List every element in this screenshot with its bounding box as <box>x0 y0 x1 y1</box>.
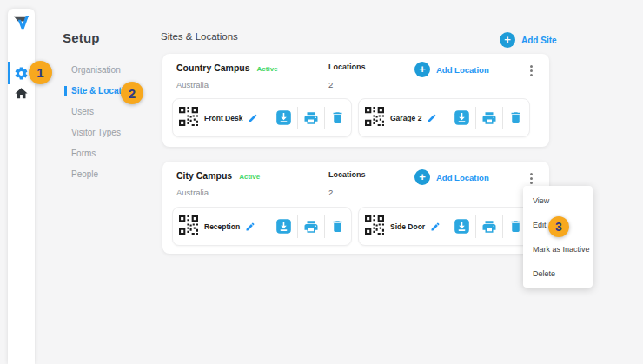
sidebar-item-visitor-types[interactable]: Visitor Types <box>35 122 143 143</box>
divider <box>324 107 325 129</box>
delete-location-button[interactable] <box>330 110 345 125</box>
site-name: City CampusActive <box>176 170 260 181</box>
site-country: Australia <box>176 80 209 89</box>
download-qr-button[interactable] <box>454 218 470 235</box>
delete-location-button[interactable] <box>330 219 345 234</box>
edit-pencil-icon[interactable] <box>430 222 441 232</box>
divider <box>475 107 476 129</box>
divider <box>297 107 298 129</box>
location-actions <box>275 107 345 129</box>
divider <box>502 215 503 238</box>
page-title: Sites & Locations <box>161 31 238 42</box>
annotation-badge-1: 1 <box>29 61 52 84</box>
plus-icon <box>414 169 430 185</box>
location-actions <box>275 215 345 238</box>
setup-sidebar: Setup Organisation Site & Locations User… <box>35 0 143 364</box>
app-logo-icon <box>11 13 31 33</box>
site-menu-kebab-icon[interactable] <box>525 169 537 187</box>
divider <box>324 215 325 238</box>
edit-pencil-icon[interactable] <box>248 113 258 123</box>
location-name: Front Desk <box>204 114 242 122</box>
location-actions <box>454 215 523 238</box>
qr-code-icon <box>179 107 198 129</box>
location-item: Side Door <box>358 207 530 246</box>
site-country: Australia <box>176 188 209 197</box>
plus-icon <box>414 62 430 77</box>
sidebar-item-users[interactable]: Users <box>35 102 143 122</box>
locations-label: Locations <box>328 170 366 179</box>
qr-code-icon <box>365 215 384 238</box>
setup-nav-list: Organisation Site & Locations Users Visi… <box>35 60 143 185</box>
app-window: 1 Setup Organisation Site & Locations Us… <box>0 0 643 364</box>
add-location-button[interactable]: Add Location <box>414 169 489 185</box>
locations-count: 2 <box>328 80 333 89</box>
print-qr-button[interactable] <box>303 219 319 235</box>
location-name: Garage 2 <box>390 114 421 122</box>
qr-code-icon <box>179 215 198 238</box>
add-site-button[interactable]: Add Site <box>500 32 557 48</box>
status-badge: Active <box>239 173 260 181</box>
download-qr-button[interactable] <box>454 109 470 126</box>
location-item: Reception <box>172 207 352 246</box>
site-menu-kebab-icon[interactable] <box>525 62 537 79</box>
plus-icon <box>500 32 515 48</box>
menu-item-view[interactable]: View <box>523 189 593 213</box>
settings-icon[interactable] <box>14 66 29 81</box>
print-qr-button[interactable] <box>481 219 497 235</box>
location-item: Garage 2 <box>358 98 530 137</box>
download-qr-button[interactable] <box>275 109 292 126</box>
status-badge: Active <box>257 65 278 73</box>
divider <box>475 215 476 238</box>
print-qr-button[interactable] <box>303 110 319 126</box>
sidebar-item-forms[interactable]: Forms <box>35 143 143 164</box>
site-card-city-campus: City CampusActive Australia Locations 2 … <box>162 162 549 254</box>
active-item-indicator <box>64 86 67 96</box>
icon-rail <box>8 9 35 364</box>
location-item: Front Desk <box>172 98 352 137</box>
qr-code-icon <box>365 107 384 129</box>
locations-count: 2 <box>328 188 333 197</box>
location-name: Reception <box>204 222 240 231</box>
menu-item-mark-as-inactive[interactable]: Mark as Inactive <box>523 237 593 261</box>
delete-location-button[interactable] <box>508 219 523 234</box>
sidebar-item-people[interactable]: People <box>35 164 143 185</box>
site-name: Country CampusActive <box>176 63 278 73</box>
rail-active-indicator <box>8 62 10 84</box>
download-qr-button[interactable] <box>275 218 292 235</box>
annotation-badge-3: 3 <box>548 216 569 237</box>
divider <box>297 215 298 238</box>
home-icon[interactable] <box>14 86 29 101</box>
annotation-badge-2: 2 <box>121 82 143 104</box>
site-card-country-campus: Country CampusActive Australia Locations… <box>162 54 549 147</box>
add-location-button[interactable]: Add Location <box>414 62 489 77</box>
edit-pencil-icon[interactable] <box>427 113 437 123</box>
location-actions <box>454 107 523 129</box>
divider <box>502 107 503 129</box>
menu-item-delete[interactable]: Delete <box>523 261 593 286</box>
locations-label: Locations <box>328 63 366 71</box>
delete-location-button[interactable] <box>508 110 523 125</box>
setup-title: Setup <box>63 30 100 45</box>
print-qr-button[interactable] <box>481 110 497 126</box>
edit-pencil-icon[interactable] <box>245 222 255 232</box>
location-name: Side Door <box>390 222 425 231</box>
